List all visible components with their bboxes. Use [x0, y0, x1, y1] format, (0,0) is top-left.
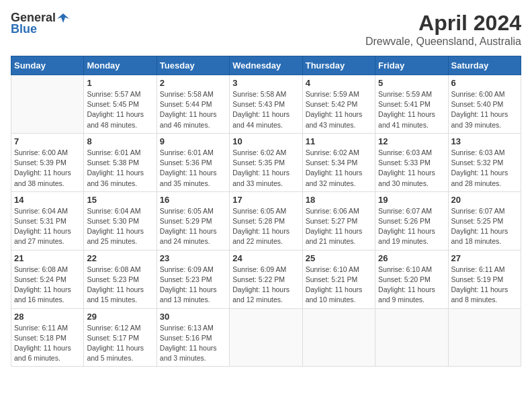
day-number: 11	[306, 136, 372, 146]
day-detail: Sunrise: 6:00 AM Sunset: 5:39 PM Dayligh…	[14, 148, 81, 189]
calendar-cell	[448, 308, 521, 367]
svg-marker-0	[57, 13, 69, 23]
weekday-header-tuesday: Tuesday	[157, 56, 229, 75]
weekday-header-sunday: Sunday	[11, 56, 84, 75]
day-detail: Sunrise: 6:01 AM Sunset: 5:38 PM Dayligh…	[87, 148, 153, 189]
calendar-cell: 24Sunrise: 6:09 AM Sunset: 5:22 PM Dayli…	[230, 250, 302, 308]
calendar-cell: 16Sunrise: 6:05 AM Sunset: 5:29 PM Dayli…	[157, 191, 229, 250]
day-detail: Sunrise: 6:01 AM Sunset: 5:36 PM Dayligh…	[160, 148, 226, 189]
calendar-cell: 1Sunrise: 5:57 AM Sunset: 5:45 PM Daylig…	[84, 75, 157, 134]
day-detail: Sunrise: 6:08 AM Sunset: 5:24 PM Dayligh…	[14, 265, 81, 306]
day-detail: Sunrise: 6:02 AM Sunset: 5:34 PM Dayligh…	[306, 148, 372, 189]
calendar-cell: 10Sunrise: 6:02 AM Sunset: 5:35 PM Dayli…	[230, 133, 302, 191]
day-number: 30	[160, 312, 226, 322]
weekday-header-wednesday: Wednesday	[230, 56, 302, 75]
calendar-cell: 26Sunrise: 6:10 AM Sunset: 5:20 PM Dayli…	[375, 250, 448, 308]
calendar-cell	[302, 308, 375, 367]
day-number: 27	[451, 253, 518, 263]
calendar-cell: 21Sunrise: 6:08 AM Sunset: 5:24 PM Dayli…	[11, 250, 84, 308]
calendar-cell: 28Sunrise: 6:11 AM Sunset: 5:18 PM Dayli…	[11, 308, 84, 367]
calendar-week-row: 28Sunrise: 6:11 AM Sunset: 5:18 PM Dayli…	[11, 308, 521, 367]
day-detail: Sunrise: 5:57 AM Sunset: 5:45 PM Dayligh…	[87, 89, 153, 130]
day-detail: Sunrise: 6:00 AM Sunset: 5:40 PM Dayligh…	[451, 89, 518, 130]
day-detail: Sunrise: 6:08 AM Sunset: 5:23 PM Dayligh…	[87, 265, 153, 306]
day-number: 4	[306, 78, 372, 88]
calendar-cell: 4Sunrise: 5:59 AM Sunset: 5:42 PM Daylig…	[302, 75, 375, 134]
calendar-cell: 8Sunrise: 6:01 AM Sunset: 5:38 PM Daylig…	[84, 133, 157, 191]
calendar-week-row: 1Sunrise: 5:57 AM Sunset: 5:45 PM Daylig…	[11, 75, 521, 134]
day-detail: Sunrise: 6:11 AM Sunset: 5:18 PM Dayligh…	[14, 323, 81, 364]
calendar-week-row: 21Sunrise: 6:08 AM Sunset: 5:24 PM Dayli…	[11, 250, 521, 308]
day-number: 9	[160, 136, 226, 146]
calendar-subtitle: Drewvale, Queensland, Australia	[365, 36, 521, 48]
calendar-cell: 27Sunrise: 6:11 AM Sunset: 5:19 PM Dayli…	[448, 250, 521, 308]
calendar-cell: 9Sunrise: 6:01 AM Sunset: 5:36 PM Daylig…	[157, 133, 229, 191]
day-detail: Sunrise: 5:59 AM Sunset: 5:41 PM Dayligh…	[378, 89, 445, 130]
day-number: 15	[87, 195, 153, 205]
calendar-cell: 5Sunrise: 5:59 AM Sunset: 5:41 PM Daylig…	[375, 75, 448, 134]
day-number: 6	[451, 78, 518, 88]
day-detail: Sunrise: 6:04 AM Sunset: 5:30 PM Dayligh…	[87, 206, 153, 247]
calendar-week-row: 7Sunrise: 6:00 AM Sunset: 5:39 PM Daylig…	[11, 133, 521, 191]
day-detail: Sunrise: 6:10 AM Sunset: 5:21 PM Dayligh…	[306, 265, 372, 306]
day-number: 1	[87, 78, 153, 88]
day-number: 20	[451, 195, 518, 205]
day-detail: Sunrise: 6:12 AM Sunset: 5:17 PM Dayligh…	[87, 323, 153, 364]
day-detail: Sunrise: 6:06 AM Sunset: 5:27 PM Dayligh…	[306, 206, 372, 247]
calendar-title: April 2024	[365, 11, 521, 36]
day-number: 14	[14, 195, 81, 205]
calendar-cell	[11, 75, 84, 134]
weekday-header-row: SundayMondayTuesdayWednesdayThursdayFrid…	[11, 56, 521, 75]
logo-blue: Blue	[11, 22, 37, 36]
day-number: 7	[14, 136, 81, 146]
day-detail: Sunrise: 6:11 AM Sunset: 5:19 PM Dayligh…	[451, 265, 518, 306]
day-number: 5	[378, 78, 445, 88]
day-number: 8	[87, 136, 153, 146]
day-detail: Sunrise: 6:07 AM Sunset: 5:26 PM Dayligh…	[378, 206, 445, 247]
calendar-cell: 20Sunrise: 6:07 AM Sunset: 5:25 PM Dayli…	[448, 191, 521, 250]
day-detail: Sunrise: 5:58 AM Sunset: 5:43 PM Dayligh…	[232, 89, 299, 130]
title-area: April 2024 Drewvale, Queensland, Austral…	[365, 11, 521, 48]
day-number: 17	[232, 195, 299, 205]
calendar-cell: 17Sunrise: 6:05 AM Sunset: 5:28 PM Dayli…	[230, 191, 302, 250]
calendar-cell: 23Sunrise: 6:09 AM Sunset: 5:23 PM Dayli…	[157, 250, 229, 308]
calendar-cell: 14Sunrise: 6:04 AM Sunset: 5:31 PM Dayli…	[11, 191, 84, 250]
day-number: 26	[378, 253, 445, 263]
day-detail: Sunrise: 6:03 AM Sunset: 5:32 PM Dayligh…	[451, 148, 518, 189]
day-detail: Sunrise: 6:04 AM Sunset: 5:31 PM Dayligh…	[14, 206, 81, 247]
day-number: 16	[160, 195, 226, 205]
calendar-cell	[230, 308, 302, 367]
day-detail: Sunrise: 6:13 AM Sunset: 5:16 PM Dayligh…	[160, 323, 226, 364]
day-number: 13	[451, 136, 518, 146]
calendar-table: SundayMondayTuesdayWednesdayThursdayFrid…	[11, 56, 521, 367]
day-detail: Sunrise: 6:03 AM Sunset: 5:33 PM Dayligh…	[378, 148, 445, 189]
header: General Blue April 2024 Drewvale, Queens…	[11, 11, 521, 48]
day-detail: Sunrise: 6:09 AM Sunset: 5:23 PM Dayligh…	[160, 265, 226, 306]
day-number: 19	[378, 195, 445, 205]
calendar-cell: 18Sunrise: 6:06 AM Sunset: 5:27 PM Dayli…	[302, 191, 375, 250]
calendar-cell: 12Sunrise: 6:03 AM Sunset: 5:33 PM Dayli…	[375, 133, 448, 191]
day-number: 10	[232, 136, 299, 146]
calendar-cell: 19Sunrise: 6:07 AM Sunset: 5:26 PM Dayli…	[375, 191, 448, 250]
day-detail: Sunrise: 5:58 AM Sunset: 5:44 PM Dayligh…	[160, 89, 226, 130]
day-number: 22	[87, 253, 153, 263]
weekday-header-saturday: Saturday	[448, 56, 521, 75]
calendar-cell: 6Sunrise: 6:00 AM Sunset: 5:40 PM Daylig…	[448, 75, 521, 134]
day-number: 12	[378, 136, 445, 146]
calendar-cell: 7Sunrise: 6:00 AM Sunset: 5:39 PM Daylig…	[11, 133, 84, 191]
logo-bird-icon	[57, 12, 69, 24]
day-number: 29	[87, 312, 153, 322]
weekday-header-monday: Monday	[84, 56, 157, 75]
calendar-cell: 2Sunrise: 5:58 AM Sunset: 5:44 PM Daylig…	[157, 75, 229, 134]
day-detail: Sunrise: 6:09 AM Sunset: 5:22 PM Dayligh…	[232, 265, 299, 306]
day-detail: Sunrise: 6:05 AM Sunset: 5:29 PM Dayligh…	[160, 206, 226, 247]
calendar-cell: 11Sunrise: 6:02 AM Sunset: 5:34 PM Dayli…	[302, 133, 375, 191]
calendar-week-row: 14Sunrise: 6:04 AM Sunset: 5:31 PM Dayli…	[11, 191, 521, 250]
calendar-cell: 29Sunrise: 6:12 AM Sunset: 5:17 PM Dayli…	[84, 308, 157, 367]
calendar-cell: 13Sunrise: 6:03 AM Sunset: 5:32 PM Dayli…	[448, 133, 521, 191]
calendar-cell: 30Sunrise: 6:13 AM Sunset: 5:16 PM Dayli…	[157, 308, 229, 367]
day-number: 3	[232, 78, 299, 88]
day-number: 18	[306, 195, 372, 205]
weekday-header-thursday: Thursday	[302, 56, 375, 75]
logo: General Blue	[11, 11, 69, 36]
